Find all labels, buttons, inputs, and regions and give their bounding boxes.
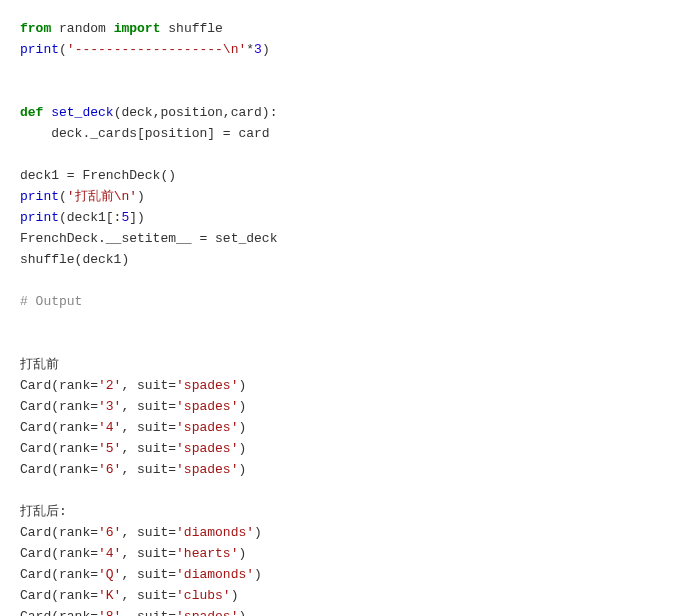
code-line: def set_deck(deck,position,card): [20, 102, 667, 123]
output-line: Card(rank='4', suit='spades') [20, 417, 667, 438]
output-line: Card(rank='8', suit='spades') [20, 606, 667, 616]
output-line: Card(rank='6', suit='diamonds') [20, 522, 667, 543]
number-literal: 3 [254, 42, 262, 57]
string-literal: '打乱前\n' [67, 189, 137, 204]
fn-print: print [20, 42, 59, 57]
output-heading-before: 打乱前 [20, 354, 667, 375]
keyword-import: import [114, 21, 161, 36]
output-block: 打乱前 Card(rank='2', suit='spades') Card(r… [20, 354, 667, 616]
code-line: deck._cards[position] = card [20, 123, 667, 144]
code-line: from random import shuffle [20, 18, 667, 39]
output-line: Card(rank='6', suit='spades') [20, 459, 667, 480]
fn-name: set_deck [51, 105, 113, 120]
module-name: random [59, 21, 106, 36]
output-line: Card(rank='K', suit='clubs') [20, 585, 667, 606]
code-line: print(deck1[:5]) [20, 207, 667, 228]
fn-print: print [20, 189, 59, 204]
code-line: shuffle(deck1) [20, 249, 667, 270]
output-line: Card(rank='5', suit='spades') [20, 438, 667, 459]
keyword-from: from [20, 21, 51, 36]
output-line: Card(rank='4', suit='hearts') [20, 543, 667, 564]
output-line: Card(rank='3', suit='spades') [20, 396, 667, 417]
comment-line: # Output [20, 291, 667, 312]
fn-print: print [20, 210, 59, 225]
keyword-def: def [20, 105, 51, 120]
output-line: Card(rank='Q', suit='diamonds') [20, 564, 667, 585]
code-line: print('打乱前\n') [20, 186, 667, 207]
code-line: FrenchDeck.__setitem__ = set_deck [20, 228, 667, 249]
output-line: Card(rank='2', suit='spades') [20, 375, 667, 396]
code-block: from random import shuffle print('------… [20, 18, 667, 312]
code-line: print('-------------------\n'*3) [20, 39, 667, 60]
string-literal: '-------------------\n' [67, 42, 246, 57]
import-name: shuffle [168, 21, 223, 36]
output-heading-after: 打乱后: [20, 501, 667, 522]
code-line: deck1 = FrenchDeck() [20, 165, 667, 186]
